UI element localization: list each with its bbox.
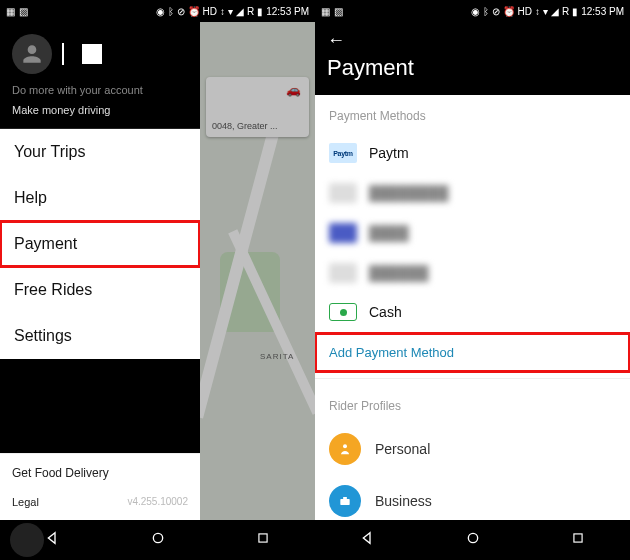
svg-rect-1 <box>259 534 267 542</box>
avatar[interactable] <box>12 34 52 74</box>
hd-icon: HD <box>203 6 217 17</box>
assistant-bubble[interactable] <box>10 523 44 557</box>
clock: 12:53 PM <box>581 6 624 17</box>
square-placeholder <box>82 44 102 64</box>
card-icon <box>329 183 357 203</box>
bluetooth-icon: ᛒ <box>483 6 489 17</box>
location-icon: ◉ <box>471 6 480 17</box>
payment-method-paytm[interactable]: Paytm Paytm <box>315 133 630 173</box>
account-hint: Do more with your account <box>12 84 188 96</box>
wifi-icon: ▾ <box>543 6 548 17</box>
cash-icon <box>329 303 357 321</box>
back-arrow-icon[interactable]: ← <box>327 30 618 51</box>
person-icon <box>19 41 45 67</box>
briefcase-icon <box>329 485 361 517</box>
card-icon <box>329 263 357 283</box>
menu-your-trips[interactable]: Your Trips <box>0 129 200 175</box>
food-delivery-link[interactable]: Get Food Delivery <box>0 454 200 490</box>
paytm-icon: Paytm <box>329 143 357 163</box>
battery-icon: ▮ <box>257 6 263 17</box>
svg-rect-3 <box>340 499 349 505</box>
svg-rect-6 <box>574 534 582 542</box>
section-rider-profiles: Rider Profiles <box>315 385 630 423</box>
page-title: Payment <box>327 55 618 81</box>
payment-method-label: Paytm <box>369 145 409 161</box>
status-bar: ▦ ▧ ◉ ᛒ ⊘ ⏰ HD ↕ ▾ ◢ R ▮ 12:53 PM <box>0 0 315 22</box>
drawer-scrim[interactable] <box>200 22 315 520</box>
notification-icon: ▦ <box>6 6 15 17</box>
hd-icon: HD <box>518 6 532 17</box>
map-background[interactable]: SARITA 🚗 0048, Greater ... <box>200 22 315 520</box>
payment-content: Payment Methods Paytm Paytm ████████ ███… <box>315 95 630 520</box>
nav-back[interactable] <box>45 530 61 550</box>
nav-back[interactable] <box>360 530 376 550</box>
right-screenshot: ▦ ▧ ◉ ᛒ ⊘ ⏰ HD ↕ ▾ ◢ R ▮ 12:53 PM ← Paym… <box>315 0 630 560</box>
rider-profile-personal[interactable]: Personal <box>315 423 630 475</box>
bluetooth-icon: ᛒ <box>168 6 174 17</box>
legal-link[interactable]: Legal <box>12 496 39 508</box>
menu-free-rides[interactable]: Free Rides <box>0 267 200 313</box>
sidebar-drawer: Do more with your account Make money dri… <box>0 22 200 520</box>
payment-method-label: ████████ <box>369 185 448 201</box>
nav-recent[interactable] <box>256 531 270 549</box>
person-icon <box>329 433 361 465</box>
header: ← Payment <box>315 22 630 95</box>
data-icon: ↕ <box>220 6 225 17</box>
rider-profile-business[interactable]: Business <box>315 475 630 520</box>
wifi-icon: ▾ <box>228 6 233 17</box>
payment-method-redacted[interactable]: ████████ <box>315 173 630 213</box>
add-payment-method[interactable]: Add Payment Method <box>315 333 630 372</box>
left-screenshot: ▦ ▧ ◉ ᛒ ⊘ ⏰ HD ↕ ▾ ◢ R ▮ 12:53 PM Do mor… <box>0 0 315 560</box>
section-payment-methods: Payment Methods <box>315 95 630 133</box>
nav-home[interactable] <box>150 530 166 550</box>
payment-method-cash[interactable]: Cash <box>315 293 630 331</box>
android-navbar <box>315 520 630 560</box>
version-label: v4.255.10002 <box>127 496 188 508</box>
divider <box>315 378 630 379</box>
account-info: Do more with your account Make money dri… <box>0 84 200 129</box>
nav-home[interactable] <box>465 530 481 550</box>
nav-recent[interactable] <box>571 531 585 549</box>
sidebar-menu: Your Trips Help Payment Free Rides Setti… <box>0 129 200 359</box>
profile-label: Personal <box>375 441 430 457</box>
svg-point-5 <box>469 533 478 542</box>
roaming-icon: R <box>247 6 254 17</box>
payment-method-label: ██████ <box>369 265 429 281</box>
menu-payment[interactable]: Payment <box>0 221 200 267</box>
data-icon: ↕ <box>535 6 540 17</box>
profile-label: Business <box>375 493 432 509</box>
location-icon: ◉ <box>156 6 165 17</box>
dnd-icon: ⊘ <box>177 6 185 17</box>
make-money-link[interactable]: Make money driving <box>12 104 188 116</box>
dnd-icon: ⊘ <box>492 6 500 17</box>
svg-rect-4 <box>343 497 347 499</box>
signal-icon: ◢ <box>236 6 244 17</box>
payment-method-label: ████ <box>369 225 409 241</box>
signal-icon: ◢ <box>551 6 559 17</box>
chart-icon: ▧ <box>334 6 343 17</box>
profile-row[interactable] <box>0 22 200 84</box>
notification-icon: ▦ <box>321 6 330 17</box>
alarm-icon: ⏰ <box>503 6 515 17</box>
text-cursor <box>62 43 64 65</box>
payment-method-redacted[interactable]: ██████ <box>315 253 630 293</box>
menu-help[interactable]: Help <box>0 175 200 221</box>
card-icon <box>329 223 357 243</box>
chart-icon: ▧ <box>19 6 28 17</box>
battery-icon: ▮ <box>572 6 578 17</box>
svg-point-2 <box>343 444 347 448</box>
status-bar: ▦ ▧ ◉ ᛒ ⊘ ⏰ HD ↕ ▾ ◢ R ▮ 12:53 PM <box>315 0 630 22</box>
android-navbar <box>0 520 315 560</box>
alarm-icon: ⏰ <box>188 6 200 17</box>
payment-method-label: Cash <box>369 304 402 320</box>
payment-method-redacted[interactable]: ████ <box>315 213 630 253</box>
roaming-icon: R <box>562 6 569 17</box>
clock: 12:53 PM <box>266 6 309 17</box>
sidebar-bottom: Get Food Delivery Legal v4.255.10002 <box>0 453 200 520</box>
menu-settings[interactable]: Settings <box>0 313 200 359</box>
svg-point-0 <box>154 533 163 542</box>
